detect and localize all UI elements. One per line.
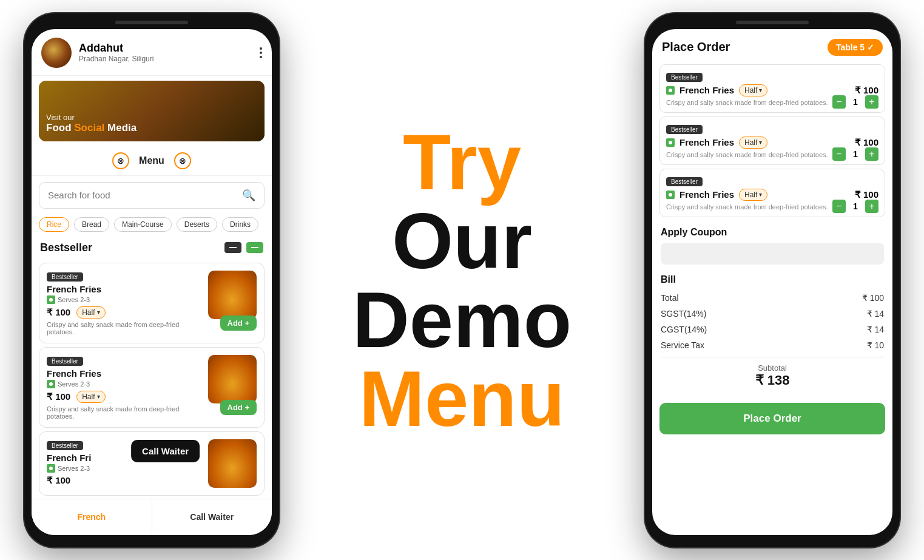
serves-text-3: Serves 2-3 <box>58 465 90 472</box>
banner-text: Visit our Food Social Media <box>46 113 137 134</box>
search-input[interactable] <box>48 190 237 200</box>
restaurant-header: Addahut Pradhan Nagar, Siliguri <box>32 29 272 76</box>
promo-line2: Our <box>392 201 532 280</box>
order-item-1: Bestseller French Fries Half ▾ ₹ 100 Cri… <box>659 64 885 113</box>
price-row-2: ₹ 100 Half ▾ <box>47 391 202 403</box>
order-chev-1: ▾ <box>759 87 762 93</box>
size-label-1: Half <box>82 308 95 317</box>
menu-label: Menu <box>139 155 164 166</box>
pill-deserts[interactable]: Deserts <box>177 217 217 232</box>
food-card-1-info: Bestseller French Fries Serves 2-3 ₹ 100… <box>47 271 202 336</box>
add-button-1[interactable]: Add + <box>220 315 257 331</box>
bill-label: Bill <box>661 274 884 285</box>
price-row-3: ₹ 100 <box>47 475 202 486</box>
order-name-row-2: French Fries Half ▾ <box>666 137 767 149</box>
tab-french[interactable]: French <box>32 499 152 535</box>
serves-row-1: Serves 2-3 <box>47 295 202 304</box>
pill-bread[interactable]: Bread <box>74 217 109 232</box>
bill-val-cgst: ₹ 14 <box>867 325 884 334</box>
price-1: ₹ 100 <box>47 307 70 318</box>
section-controls <box>224 242 263 253</box>
order-header: Place Order Table 5 ✓ <box>652 29 892 61</box>
restaurant-info: Addahut Pradhan Nagar, Siliguri <box>79 42 260 63</box>
order-item-2-top: French Fries Half ▾ ₹ 100 <box>666 137 878 149</box>
table-selector[interactable]: Table 5 ✓ <box>828 39 883 56</box>
order-size-1[interactable]: Half ▾ <box>739 84 767 96</box>
size-badge-2[interactable]: Half ▾ <box>76 391 105 403</box>
size-badge-1[interactable]: Half ▾ <box>76 306 105 319</box>
right-phone-screen: Place Order Table 5 ✓ Bestseller French … <box>652 29 892 535</box>
order-item-2: Bestseller French Fries Half ▾ ₹ 100 Cri… <box>659 116 885 165</box>
order-bestseller-3: Bestseller <box>666 177 703 186</box>
veg-icon-1 <box>47 295 55 304</box>
order-name-row-1: French Fries Half ▾ <box>666 84 767 96</box>
qty-minus-2[interactable]: − <box>832 147 846 161</box>
phone-notch-right <box>736 21 809 24</box>
right-scroll-area[interactable]: Place Order Table 5 ✓ Bestseller French … <box>652 29 892 535</box>
bestseller-badge-1: Bestseller <box>47 272 83 282</box>
center-promo: Try Our Demo Menu <box>279 123 645 438</box>
bill-row-total: Total ₹ 100 <box>661 290 884 306</box>
bestseller-badge-3: Bestseller <box>47 441 83 450</box>
media-word: Media <box>104 122 137 133</box>
menu-nav: ⊗ Menu ⊗ <box>32 146 272 176</box>
order-food-name-1: French Fries <box>680 85 734 95</box>
banner-tagline: Food Social Media <box>46 122 137 134</box>
call-waiter-overlay[interactable]: Call Waiter <box>131 440 200 462</box>
restaurant-location: Pradhan Nagar, Siliguri <box>79 55 260 63</box>
order-bestseller-2: Bestseller <box>666 125 703 134</box>
food-card-1: Bestseller French Fries Serves 2-3 ₹ 100… <box>39 263 265 343</box>
qty-plus-3[interactable]: + <box>865 200 878 213</box>
qty-num-2: 1 <box>851 149 860 159</box>
order-size-2[interactable]: Half ▾ <box>739 137 767 149</box>
bill-val-sgst: ₹ 14 <box>867 309 884 319</box>
pill-main-course[interactable]: Main-Course <box>114 217 172 232</box>
order-chev-3: ▾ <box>759 191 762 198</box>
social-media-banner[interactable]: Visit our Food Social Media <box>39 81 265 141</box>
order-item-3: Bestseller French Fries Half ▾ ₹ 100 Cri… <box>659 169 885 217</box>
menu-right-icon[interactable]: ⊗ <box>174 152 191 169</box>
place-order-button[interactable]: Place Order <box>659 403 885 434</box>
add-button-2[interactable]: Add + <box>220 400 257 415</box>
bill-key-service: Service Tax <box>661 340 704 350</box>
menu-left-icon[interactable]: ⊗ <box>112 152 129 169</box>
qty-plus-1[interactable]: + <box>865 95 878 109</box>
more-options-button[interactable] <box>260 47 262 58</box>
qty-minus-3[interactable]: − <box>832 200 846 213</box>
pill-drinks[interactable]: Drinks <box>222 217 258 232</box>
order-price-3: ₹ 100 <box>855 189 878 200</box>
order-chev-2: ▾ <box>759 139 762 146</box>
coupon-input[interactable] <box>661 243 884 265</box>
bill-key-total: Total <box>661 293 679 303</box>
food-name-2: French Fries <box>47 368 202 379</box>
banner-visit: Visit our <box>46 113 137 122</box>
bestseller-section-header: Bestseller <box>32 238 272 259</box>
size-label-2: Half <box>82 393 95 401</box>
chevron-down-icon-2: ▾ <box>97 393 100 400</box>
order-item-3-top: French Fries Half ▾ ₹ 100 <box>666 189 878 201</box>
order-veg-2 <box>666 138 675 147</box>
ctrl-minus[interactable] <box>224 242 241 253</box>
price-row-1: ₹ 100 Half ▾ <box>47 306 202 319</box>
search-bar[interactable]: 🔍 <box>39 182 265 209</box>
right-phone: Place Order Table 5 ✓ Bestseller French … <box>645 13 900 547</box>
qty-minus-1[interactable]: − <box>832 95 846 109</box>
bestseller-badge-2: Bestseller <box>47 357 83 366</box>
subtotal-section: Subtotal ₹ 138 <box>661 361 884 394</box>
order-veg-1 <box>666 86 675 95</box>
bill-row-sgst: SGST(14%) ₹ 14 <box>661 306 884 322</box>
dot <box>260 52 262 54</box>
tab-call-waiter[interactable]: Call Waiter <box>152 499 272 535</box>
ctrl-add[interactable] <box>246 242 263 253</box>
order-size-3[interactable]: Half ▾ <box>739 189 767 201</box>
qty-ctrl-2: − 1 + <box>832 147 878 161</box>
qty-ctrl-3: − 1 + <box>832 200 878 213</box>
pill-rice[interactable]: Rice <box>39 217 69 232</box>
bill-val-total: ₹ 100 <box>862 293 884 303</box>
left-scroll-area[interactable]: Addahut Pradhan Nagar, Siliguri Visit ou… <box>32 29 272 535</box>
order-title: Place Order <box>662 40 730 54</box>
qty-plus-2[interactable]: + <box>865 147 878 161</box>
promo-line1: Try <box>403 123 521 201</box>
promo-line3: Demo <box>352 280 572 359</box>
food-desc-2: Crispy and salty snack made from deep-fr… <box>47 405 202 420</box>
